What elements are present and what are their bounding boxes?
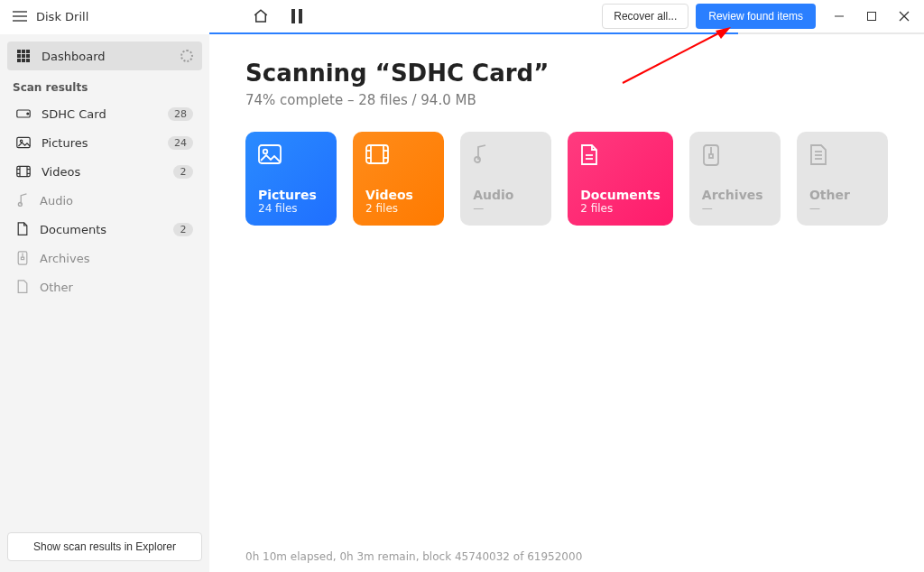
- top-controls-right: Recover all... Review found items: [602, 4, 816, 29]
- drive-icon: [16, 107, 31, 120]
- close-button[interactable]: [899, 11, 910, 22]
- sidebar-item-videos[interactable]: Videos 2: [7, 157, 202, 186]
- sidebar-item-documents[interactable]: Documents 2: [7, 215, 202, 244]
- tile-documents[interactable]: Documents 2 files: [568, 132, 673, 226]
- sidebar-item-archives[interactable]: Archives: [7, 244, 202, 272]
- pause-button[interactable]: [291, 9, 303, 23]
- tile-count: 24 files: [258, 202, 324, 215]
- window-controls: [834, 11, 910, 22]
- tile-count: —: [473, 202, 539, 215]
- svg-rect-29: [21, 257, 23, 259]
- svg-rect-13: [22, 59, 25, 62]
- home-button[interactable]: [253, 8, 269, 24]
- file-icon: [16, 280, 29, 294]
- svg-rect-3: [868, 13, 876, 21]
- status-bar: 0h 10m elapsed, 0h 3m remain, block 4574…: [209, 540, 924, 572]
- svg-rect-32: [366, 145, 388, 163]
- sidebar-bottom: Show scan results in Explorer: [7, 525, 202, 572]
- tile-name: Pictures: [258, 188, 324, 202]
- film-icon: [16, 165, 31, 178]
- tile-name: Archives: [702, 188, 768, 202]
- film-icon: [365, 144, 431, 170]
- archive-icon: [16, 251, 29, 265]
- picture-icon: [16, 136, 31, 149]
- sidebar-item-other[interactable]: Other: [7, 272, 202, 301]
- show-results-explorer-button[interactable]: Show scan results in Explorer: [7, 532, 202, 561]
- document-icon: [16, 222, 29, 236]
- count-badge: 24: [168, 136, 193, 150]
- sidebar-dashboard-label: Dashboard: [42, 50, 170, 63]
- sidebar: Dashboard Scan results SDHC Card 28 Pict…: [0, 34, 209, 572]
- sidebar-item-label: Archives: [40, 252, 193, 265]
- status-text: 0h 10m elapsed, 0h 3m remain, block 4574…: [245, 550, 582, 563]
- tile-count: 2 files: [580, 202, 661, 215]
- recover-all-button[interactable]: Recover all...: [602, 4, 688, 29]
- svg-rect-10: [22, 54, 25, 58]
- svg-rect-12: [17, 59, 21, 62]
- svg-rect-1: [299, 9, 302, 23]
- menu-icon[interactable]: [13, 11, 27, 22]
- grid-icon: [16, 49, 31, 63]
- svg-point-16: [27, 113, 29, 115]
- svg-rect-6: [17, 50, 21, 53]
- svg-rect-14: [26, 59, 30, 62]
- top-controls-left: [253, 8, 303, 24]
- tile-name: Audio: [473, 188, 539, 202]
- sidebar-item-label: Videos: [42, 165, 162, 179]
- body: Dashboard Scan results SDHC Card 28 Pict…: [0, 34, 924, 572]
- svg-rect-9: [17, 54, 21, 58]
- category-tiles: Pictures 24 files Videos 2 files: [245, 132, 888, 226]
- archive-icon: [702, 144, 768, 170]
- svg-rect-30: [259, 145, 281, 163]
- svg-point-26: [18, 202, 22, 206]
- svg-rect-11: [26, 54, 30, 58]
- review-found-items-button[interactable]: Review found items: [696, 4, 816, 29]
- sidebar-item-sdhc-card[interactable]: SDHC Card 28: [7, 99, 202, 128]
- sidebar-item-audio[interactable]: Audio: [7, 186, 202, 215]
- tile-name: Videos: [365, 188, 431, 202]
- svg-rect-8: [26, 50, 30, 53]
- tile-pictures[interactable]: Pictures 24 files: [245, 132, 337, 226]
- tile-count: —: [702, 202, 768, 215]
- sidebar-item-label: SDHC Card: [42, 107, 157, 121]
- svg-rect-7: [22, 50, 25, 53]
- page-subtitle: 74% complete – 28 files / 94.0 MB: [245, 92, 888, 108]
- sidebar-dashboard[interactable]: Dashboard: [7, 42, 202, 70]
- count-badge: 2: [173, 165, 193, 179]
- picture-icon: [258, 144, 324, 170]
- minimize-button[interactable]: [834, 11, 845, 22]
- title-bar: Disk Drill Recover all... Review found i…: [0, 0, 924, 32]
- title-bar-left: Disk Drill: [7, 10, 217, 23]
- tile-name: Documents: [580, 188, 661, 202]
- sidebar-item-label: Documents: [40, 223, 162, 236]
- app-window: Disk Drill Recover all... Review found i…: [0, 0, 924, 572]
- tile-videos[interactable]: Videos 2 files: [353, 132, 444, 226]
- sidebar-item-label: Pictures: [42, 136, 157, 150]
- maximize-button[interactable]: [866, 11, 877, 22]
- sidebar-section-scan-results: Scan results: [7, 70, 202, 99]
- music-icon: [473, 144, 539, 170]
- tile-count: 2 files: [365, 202, 431, 215]
- document-icon: [580, 144, 661, 170]
- svg-rect-44: [709, 154, 713, 158]
- svg-point-39: [475, 157, 480, 162]
- svg-point-31: [263, 150, 268, 154]
- tile-audio[interactable]: Audio —: [460, 132, 551, 226]
- file-icon: [809, 144, 875, 170]
- music-icon: [16, 193, 29, 208]
- sidebar-item-label: Audio: [40, 194, 193, 208]
- tile-count: —: [809, 202, 875, 215]
- loading-spinner-icon: [180, 50, 193, 62]
- app-title: Disk Drill: [36, 10, 88, 23]
- tile-name: Other: [809, 188, 875, 202]
- count-badge: 28: [168, 107, 193, 121]
- tile-archives[interactable]: Archives —: [689, 132, 781, 226]
- svg-rect-19: [17, 166, 30, 176]
- count-badge: 2: [173, 223, 193, 236]
- page-title: Scanning “SDHC Card”: [245, 60, 888, 87]
- sidebar-item-label: Other: [40, 281, 193, 294]
- sidebar-item-pictures[interactable]: Pictures 24: [7, 128, 202, 157]
- svg-rect-0: [291, 9, 295, 23]
- main-area: Scanning “SDHC Card” 74% complete – 28 f…: [209, 34, 924, 572]
- tile-other[interactable]: Other —: [797, 132, 888, 226]
